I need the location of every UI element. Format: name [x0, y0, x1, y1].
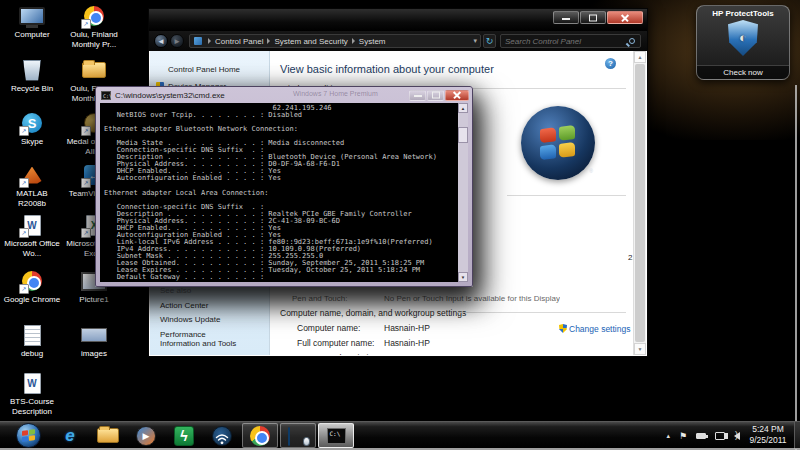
- desktop-icon-bts-course[interactable]: W BTS-Course Description: [2, 370, 62, 416]
- icon-label: debug: [2, 349, 62, 359]
- breadcrumb-system[interactable]: System: [357, 37, 388, 46]
- ie-icon: e: [65, 426, 74, 446]
- display-icon[interactable]: [715, 432, 725, 440]
- icon-label: Microsoft Office Wo...: [2, 239, 62, 258]
- cmd-title: C:\windows\system32\cmd.exe: [115, 91, 225, 100]
- taskbar-cmd-button[interactable]: C:\: [318, 423, 354, 448]
- taskbar-explorer-button[interactable]: [90, 423, 126, 448]
- sidebar-item-control-panel-home[interactable]: Control Panel Home: [150, 51, 269, 78]
- window-titlebar[interactable]: [149, 9, 647, 31]
- uac-shield-icon: [559, 324, 567, 333]
- hp-protecttools-gadget[interactable]: HP ProtectTools Check now: [696, 5, 790, 80]
- taskbar-system-button[interactable]: [280, 423, 316, 448]
- system-monitor-icon: [288, 428, 308, 444]
- window-scrollbar[interactable]: ▲ ▼: [633, 51, 646, 355]
- scroll-down-icon[interactable]: ▼: [458, 272, 468, 282]
- check-now-button[interactable]: Check now: [697, 65, 789, 79]
- section-rule: [507, 195, 626, 196]
- icon-label: BTS-Course Description: [2, 397, 62, 416]
- screen-edge-right: [795, 85, 797, 450]
- help-icon[interactable]: ?: [605, 58, 616, 69]
- desktop-icon-recycle-bin[interactable]: Recycle Bin: [2, 57, 62, 94]
- taskbar-quickweb-button[interactable]: ϟ: [166, 423, 202, 448]
- lightning-icon: ϟ: [174, 426, 194, 446]
- desktop-icon-oulu-html[interactable]: Oulu, Finland Monthly Pr...: [64, 3, 124, 49]
- section-rule: [457, 312, 626, 313]
- breadcrumb-separator-icon: [352, 38, 355, 44]
- battery-icon[interactable]: [696, 433, 706, 439]
- taskbar-chrome-button[interactable]: [242, 423, 278, 448]
- desktop-icon-computer[interactable]: Computer: [2, 3, 62, 40]
- taskbar-connection-manager-button[interactable]: [204, 423, 240, 448]
- page-title: View basic information about your comput…: [280, 63, 494, 75]
- chrome-file-icon: [79, 3, 109, 29]
- windows-flag-logo: ®: [521, 106, 595, 180]
- desktop-icon-chrome[interactable]: Google Chrome: [2, 268, 62, 305]
- terminal-output: 62.241.195.246 NetBIOS over Tcpip. . . .…: [104, 105, 437, 281]
- sidebar-item-action-center[interactable]: Action Center: [150, 298, 269, 313]
- maximize-button[interactable]: [580, 11, 606, 24]
- text-file-icon: [17, 322, 47, 348]
- gadget-title: HP ProtectTools: [697, 6, 789, 18]
- media-player-icon: ▶: [136, 426, 156, 446]
- desktop-icon-images[interactable]: images: [64, 322, 124, 359]
- computer-icon: [17, 3, 47, 29]
- taskbar-clock[interactable]: 5:24 PM 9/25/2011: [744, 424, 792, 446]
- clock-date: 9/25/2011: [744, 435, 792, 446]
- breadcrumb-control-panel[interactable]: Control Panel: [213, 37, 265, 46]
- chrome-icon: [250, 426, 270, 446]
- cmd-icon: C:\: [327, 428, 346, 444]
- wireless-icon: [212, 426, 232, 446]
- taskbar-ie-button[interactable]: e: [52, 423, 88, 448]
- control-panel-icon: [194, 37, 202, 45]
- change-settings-link[interactable]: Change settings: [559, 324, 630, 334]
- show-desktop-button[interactable]: [794, 422, 800, 449]
- taskbar-media-player-button[interactable]: ▶: [128, 423, 164, 448]
- pen-touch-label: Pen and Touch:: [292, 294, 347, 303]
- registered-mark: ®: [589, 168, 593, 174]
- scrollbar-thumb[interactable]: [458, 127, 468, 143]
- scroll-up-icon[interactable]: ▲: [634, 51, 646, 63]
- matlab-icon: [17, 162, 47, 188]
- breadcrumb-separator-icon: [267, 38, 270, 44]
- scroll-down-icon[interactable]: ▼: [634, 343, 646, 355]
- recycle-bin-icon: [17, 57, 47, 83]
- windows-flag-icon: [22, 429, 35, 442]
- back-button[interactable]: ◄: [154, 34, 168, 48]
- taskbar: e ▶ ϟ C:\ ▴ ⚑ 5:24 PM 9/25/2011: [0, 421, 800, 448]
- folder-icon: [79, 57, 109, 83]
- action-center-flag-icon[interactable]: ⚑: [679, 431, 687, 441]
- address-bar[interactable]: Control Panel System and Security System…: [189, 34, 481, 48]
- shield-lock-icon: [728, 20, 758, 56]
- scroll-up-icon[interactable]: ▲: [458, 103, 468, 113]
- navigation-bar: ◄ ► Control Panel System and Security Sy…: [149, 31, 647, 51]
- cmd-titlebar[interactable]: C:\ C:\windows\system32\cmd.exe Windows …: [96, 87, 472, 103]
- sidebar-item-performance-tools[interactable]: Performance Information and Tools: [150, 327, 254, 351]
- search-input[interactable]: [501, 37, 629, 46]
- cmd-window: C:\ C:\windows\system32\cmd.exe Windows …: [95, 86, 473, 287]
- close-button[interactable]: [607, 11, 643, 24]
- desktop-icon-matlab[interactable]: MATLAB R2008b: [2, 162, 62, 208]
- breadcrumb-system-security[interactable]: System and Security: [272, 37, 349, 46]
- search-icon: [629, 38, 635, 44]
- desktop-icon-skype[interactable]: S Skype: [2, 110, 62, 147]
- minimize-button[interactable]: [409, 90, 426, 101]
- hidden-icons-chevron-icon[interactable]: ▴: [666, 431, 670, 441]
- icon-label: Oulu, Finland Monthly Pr...: [64, 30, 124, 49]
- sidebar-item-windows-update[interactable]: Windows Update: [150, 313, 269, 328]
- desktop-icon-debug[interactable]: debug: [2, 322, 62, 359]
- terminal-output-area[interactable]: 62.241.195.246 NetBIOS over Tcpip. . . .…: [100, 103, 468, 282]
- restore-button[interactable]: [427, 90, 444, 101]
- scrollbar-thumb[interactable]: [635, 64, 645, 342]
- desktop-icon-word[interactable]: W Microsoft Office Wo...: [2, 212, 62, 258]
- close-button[interactable]: [445, 90, 469, 101]
- speaker-icon[interactable]: [734, 432, 740, 440]
- terminal-scrollbar[interactable]: ▲ ▼: [458, 103, 468, 282]
- address-dropdown-icon[interactable]: ▾: [470, 37, 480, 45]
- forward-button[interactable]: ►: [170, 34, 184, 48]
- minimize-button[interactable]: [553, 11, 579, 24]
- skype-icon: S: [17, 110, 47, 136]
- search-box[interactable]: [500, 34, 641, 48]
- start-button[interactable]: [16, 423, 41, 448]
- refresh-button[interactable]: ↻: [483, 34, 496, 48]
